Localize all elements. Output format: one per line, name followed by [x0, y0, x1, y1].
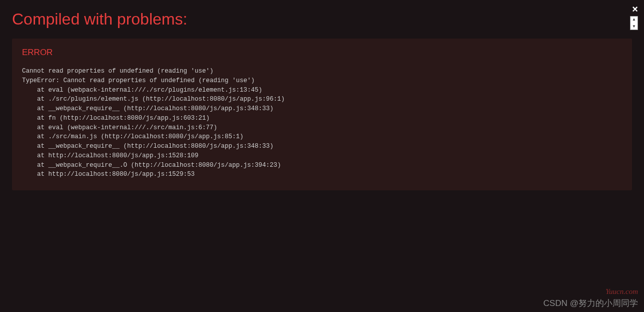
error-heading: ERROR [22, 48, 622, 58]
close-icon[interactable]: × [632, 4, 638, 14]
watermark-brand: Yuucn.com [605, 287, 638, 296]
scroll-up-icon[interactable]: ▲ [632, 18, 636, 22]
page-title: Compiled with problems: [12, 10, 187, 29]
scroll-control[interactable]: ▲ ▼ [630, 16, 638, 30]
watermark-attribution: CSDN @努力的小周同学 [543, 297, 638, 309]
overlay-header: Compiled with problems: [0, 0, 644, 39]
error-stack-trace: Cannot read properties of undefined (rea… [22, 67, 622, 179]
scroll-down-icon[interactable]: ▼ [632, 25, 636, 29]
error-block: ERROR Cannot read properties of undefine… [12, 39, 632, 190]
